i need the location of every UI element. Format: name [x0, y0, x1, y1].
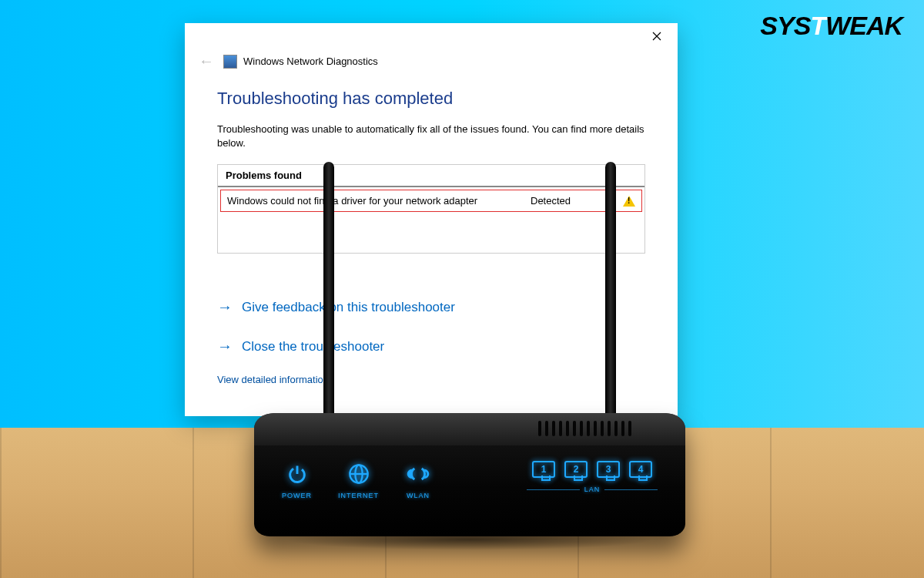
- network-diag-icon: [223, 55, 237, 69]
- dialog-header: ← Windows Network Diagnostics: [185, 49, 678, 81]
- power-label: POWER: [282, 492, 312, 499]
- close-icon: [652, 32, 661, 41]
- router-device: POWER INTERNET WLAN 1: [254, 393, 685, 555]
- page-heading: Troubleshooting has completed: [217, 89, 645, 109]
- problems-header: Problems found: [218, 165, 644, 187]
- problem-text: Windows could not find a driver for your…: [227, 195, 531, 207]
- dialog-title: Windows Network Diagnostics: [243, 55, 378, 67]
- close-label: Close the troubleshooter: [242, 339, 384, 355]
- close-button[interactable]: [641, 25, 673, 47]
- router-vents: [538, 421, 631, 436]
- view-detailed-link[interactable]: View detailed information: [217, 374, 645, 385]
- led-power: POWER: [282, 461, 312, 499]
- power-icon: [284, 461, 310, 487]
- brand-watermark: SYSTWEAK: [760, 11, 902, 41]
- antenna-left: [323, 162, 334, 439]
- close-troubleshooter-link[interactable]: → Close the troubleshooter: [217, 327, 645, 366]
- titlebar: [185, 23, 678, 49]
- internet-label: INTERNET: [338, 492, 379, 499]
- router-body: POWER INTERNET WLAN 1: [254, 413, 685, 536]
- monitor-icon: 2: [564, 461, 588, 478]
- lan-port-1: 1: [532, 461, 555, 478]
- problems-table: Problems found Windows could not find a …: [217, 164, 645, 254]
- wlan-label: WLAN: [407, 492, 430, 499]
- feedback-link[interactable]: → Give feedback on this troubleshooter: [217, 287, 645, 327]
- lan-port-4: 4: [629, 461, 652, 478]
- lan-port-group: 1 2 3 4: [532, 461, 652, 478]
- lan-label: LAN: [584, 486, 601, 493]
- monitor-icon: 3: [597, 461, 620, 478]
- diagnostics-dialog: ← Windows Network Diagnostics Troublesho…: [185, 23, 678, 416]
- page-description: Troubleshooting was unable to automatica…: [217, 123, 645, 150]
- antenna-right: [605, 162, 616, 439]
- lan-label-row: LAN: [527, 486, 658, 493]
- status-led-group: POWER INTERNET WLAN: [282, 461, 431, 499]
- wlan-icon: [405, 461, 431, 487]
- monitor-icon: 4: [629, 461, 652, 478]
- led-internet: INTERNET: [338, 461, 379, 499]
- back-arrow-icon[interactable]: ←: [199, 52, 214, 70]
- lan-port-2: 2: [564, 461, 588, 478]
- warning-icon: [623, 196, 635, 207]
- router-top: [254, 413, 685, 445]
- lan-port-3: 3: [597, 461, 620, 478]
- arrow-right-icon: →: [217, 338, 233, 355]
- arrow-right-icon: →: [217, 298, 233, 316]
- svg-point-5: [409, 472, 412, 476]
- action-links: → Give feedback on this troubleshooter →…: [217, 287, 645, 366]
- feedback-label: Give feedback on this troubleshooter: [242, 300, 455, 315]
- led-wlan: WLAN: [405, 461, 431, 499]
- problem-row[interactable]: Windows could not find a driver for your…: [220, 190, 642, 212]
- globe-icon: [346, 461, 372, 487]
- router-face: POWER INTERNET WLAN 1: [282, 461, 658, 499]
- monitor-icon: 1: [532, 461, 555, 478]
- dialog-body: Troubleshooting has completed Troublesho…: [185, 81, 678, 416]
